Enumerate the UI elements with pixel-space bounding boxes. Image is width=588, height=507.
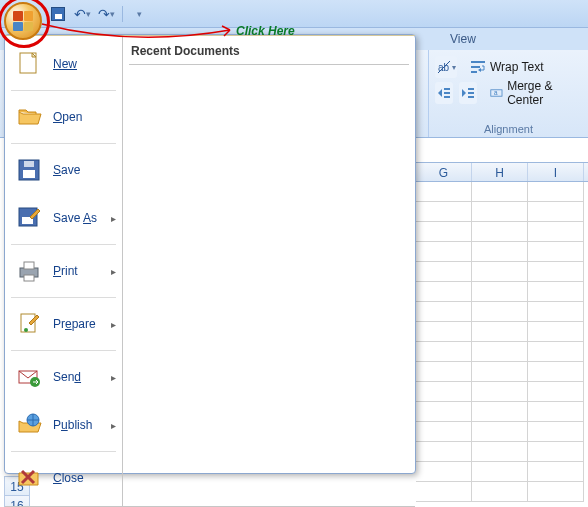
recent-documents-header: Recent Documents [129, 40, 409, 65]
svg-rect-6 [444, 96, 450, 98]
grid-area[interactable] [416, 182, 588, 507]
menu-item-open[interactable]: Open [5, 93, 122, 141]
orientation-button[interactable]: ab▾ [435, 56, 457, 78]
menu-label-new: New [53, 57, 77, 71]
menu-item-publish[interactable]: Publish ▸ [5, 401, 122, 449]
merge-center-button[interactable]: a Merge & Center [483, 82, 582, 104]
chevron-right-icon: ▸ [111, 266, 116, 277]
menu-label-publish: Publish [53, 418, 92, 432]
column-headers: G H I [416, 162, 588, 182]
group-label-alignment: Alignment [435, 123, 582, 135]
wrap-text-icon [470, 59, 486, 75]
svg-rect-3 [471, 71, 477, 73]
svg-rect-19 [24, 262, 34, 269]
publish-icon [15, 411, 43, 439]
column-header[interactable]: H [472, 163, 528, 181]
close-icon [15, 464, 43, 492]
merge-center-icon: a [490, 85, 503, 101]
wrap-text-button[interactable]: Wrap Text [463, 56, 551, 78]
group-alignment: ab▾ Wrap Text a Merge & Center Alignment [428, 50, 588, 137]
svg-rect-4 [444, 88, 450, 90]
wrap-text-label: Wrap Text [490, 60, 544, 74]
decrease-indent-button[interactable] [435, 82, 453, 104]
merge-center-label: Merge & Center [507, 79, 575, 107]
title-bar: ↶▾ ↷▾ ▾ [0, 0, 588, 28]
menu-label-save-as: Save As [53, 211, 97, 225]
qat-separator [122, 6, 123, 22]
save-icon[interactable] [50, 6, 66, 22]
svg-rect-9 [468, 96, 474, 98]
chevron-right-icon: ▸ [111, 420, 116, 431]
save-as-icon [15, 204, 43, 232]
new-icon [15, 50, 43, 78]
office-button[interactable] [4, 2, 42, 40]
print-icon [15, 257, 43, 285]
menu-item-save-as[interactable]: Save As ▸ [5, 194, 122, 242]
chevron-right-icon: ▸ [111, 213, 116, 224]
svg-rect-1 [471, 61, 485, 63]
chevron-right-icon: ▸ [111, 372, 116, 383]
menu-item-print[interactable]: Print ▸ [5, 247, 122, 295]
menu-item-save[interactable]: Save [5, 146, 122, 194]
office-menu-right: Recent Documents [123, 36, 415, 506]
svg-rect-2 [471, 66, 480, 68]
menu-label-send: Send [53, 370, 81, 384]
save-menu-icon [15, 156, 43, 184]
send-icon [15, 363, 43, 391]
tab-view[interactable]: View [440, 28, 486, 50]
column-header[interactable]: G [416, 163, 472, 181]
menu-label-save: Save [53, 163, 80, 177]
menu-item-close[interactable]: Close [5, 454, 122, 502]
menu-item-prepare[interactable]: Prepare ▸ [5, 300, 122, 348]
undo-button[interactable]: ↶▾ [74, 6, 90, 22]
svg-rect-5 [444, 92, 450, 94]
menu-label-prepare: Prepare [53, 317, 96, 331]
svg-rect-7 [468, 88, 474, 90]
open-icon [15, 103, 43, 131]
office-logo-icon [13, 11, 33, 31]
chevron-right-icon: ▸ [111, 319, 116, 330]
redo-button[interactable]: ↷▾ [98, 6, 114, 22]
menu-label-close: Close [53, 471, 84, 485]
svg-text:a: a [494, 89, 498, 96]
quick-access-toolbar: ↶▾ ↷▾ ▾ [50, 6, 147, 22]
column-header[interactable]: I [528, 163, 584, 181]
svg-rect-14 [23, 170, 35, 178]
svg-rect-8 [468, 92, 474, 94]
prepare-icon [15, 310, 43, 338]
menu-label-open: Open [53, 110, 82, 124]
menu-label-print: Print [53, 264, 78, 278]
qat-customize-icon[interactable]: ▾ [131, 6, 147, 22]
svg-rect-15 [24, 161, 34, 167]
menu-item-new[interactable]: New [5, 40, 122, 88]
increase-indent-button[interactable] [459, 82, 477, 104]
office-menu: New Open Save Save As ▸ Print ▸ [4, 34, 416, 474]
office-menu-left: New Open Save Save As ▸ Print ▸ [5, 36, 123, 506]
svg-rect-20 [24, 275, 34, 281]
menu-item-send[interactable]: Send ▸ [5, 353, 122, 401]
svg-point-22 [24, 328, 28, 332]
